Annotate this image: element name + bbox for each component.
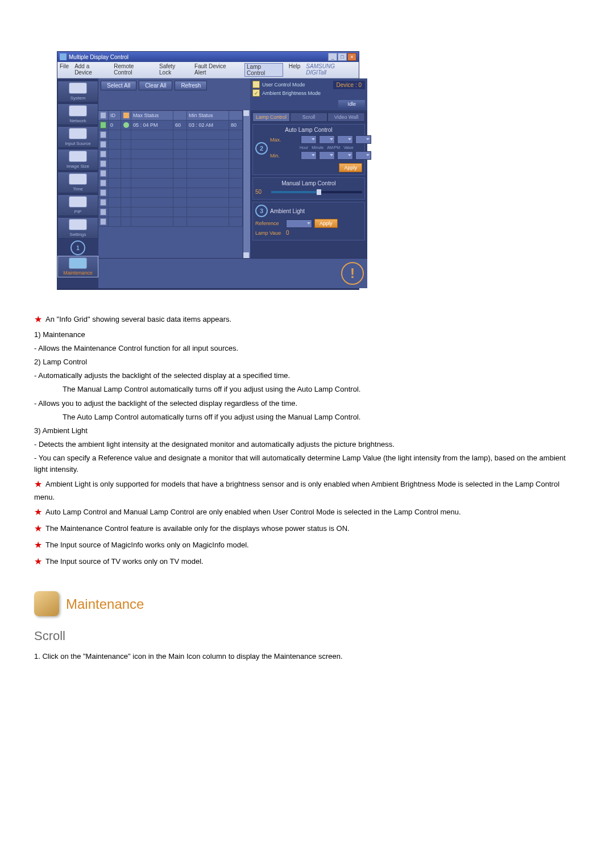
row-checkbox-icon[interactable] bbox=[100, 141, 106, 148]
minimize-icon[interactable]: _ bbox=[328, 53, 337, 61]
row-checkbox-icon[interactable] bbox=[100, 180, 106, 186]
scroll-heading: Scroll bbox=[34, 626, 580, 646]
badge-three: 3 bbox=[255, 205, 268, 217]
sidebar-item-network[interactable]: Network bbox=[57, 103, 98, 125]
maximize-icon[interactable]: □ bbox=[338, 53, 347, 61]
doc-body: ★An "Info Grid" showing several basic da… bbox=[34, 313, 580, 662]
select-all-button[interactable]: Select All bbox=[101, 81, 136, 90]
row-checkbox-icon[interactable] bbox=[100, 151, 106, 157]
star-icon: ★ bbox=[34, 507, 42, 517]
star-icon: ★ bbox=[34, 556, 42, 566]
header-mx bbox=[173, 111, 187, 120]
manual-lamp-slider[interactable] bbox=[271, 191, 362, 193]
sidebar-item-time[interactable]: Time bbox=[57, 172, 98, 193]
manual-value: 50 bbox=[255, 189, 269, 195]
max-minute-dropdown[interactable] bbox=[319, 135, 335, 144]
reference-label: Reference bbox=[255, 221, 284, 226]
ambient-apply-button[interactable]: Apply bbox=[314, 219, 338, 228]
star-icon: ★ bbox=[34, 314, 42, 324]
right-control-panel: Lamp Control Scroll Video Wall Auto Lamp… bbox=[250, 110, 367, 258]
table-row bbox=[98, 188, 243, 198]
row-checkbox-icon[interactable] bbox=[100, 131, 106, 138]
tab-scroll[interactable]: Scroll bbox=[290, 113, 327, 122]
menu-lamp-control[interactable]: Lamp Control bbox=[244, 63, 283, 77]
max-value-dropdown[interactable] bbox=[355, 135, 371, 144]
table-row bbox=[98, 130, 243, 140]
app-window: Multiple Display Control _ □ × File Add … bbox=[57, 51, 359, 290]
lamp-value-label: Lamp Vaue bbox=[255, 230, 284, 236]
min-label: Min. bbox=[270, 153, 298, 159]
table-row bbox=[98, 178, 243, 188]
reference-dropdown[interactable] bbox=[286, 219, 312, 228]
table-row bbox=[98, 198, 243, 207]
ambient-light-panel: 3Ambient Light Reference Apply Lamp Vaue… bbox=[252, 202, 365, 240]
min-hour-dropdown[interactable] bbox=[301, 151, 317, 160]
menu-add-device[interactable]: Add a Device bbox=[74, 63, 108, 77]
max-label: Max. bbox=[270, 137, 298, 143]
row-checkbox-icon[interactable] bbox=[100, 218, 106, 225]
titlebar: Multiple Display Control _ □ × bbox=[57, 52, 359, 62]
app-icon bbox=[60, 53, 67, 60]
sidebar-item-pip[interactable]: PIP bbox=[57, 194, 98, 216]
row-checkbox-icon[interactable] bbox=[100, 170, 106, 177]
window-title: Multiple Display Control bbox=[69, 54, 128, 60]
grid-header-row: ID Max Status Min Status bbox=[98, 111, 243, 121]
table-row bbox=[98, 140, 243, 149]
menu-file[interactable]: File bbox=[60, 63, 69, 77]
menu-remote-control[interactable]: Remote Control bbox=[114, 63, 154, 77]
brand-logo: SAMSUNG DIGITall bbox=[306, 63, 356, 77]
table-row bbox=[98, 169, 243, 178]
device-count-badge: Device : 0 bbox=[333, 81, 365, 89]
auto-apply-button[interactable]: Apply bbox=[339, 163, 362, 172]
menu-fault-alert[interactable]: Fault Device Alert bbox=[194, 63, 239, 77]
row-status-icon bbox=[123, 122, 129, 128]
min-value-dropdown[interactable] bbox=[355, 151, 371, 160]
maintenance-section-icon bbox=[34, 591, 59, 616]
table-row bbox=[98, 159, 243, 169]
maintenance-heading: Maintenance bbox=[66, 593, 144, 614]
maintenance-section-header: Maintenance bbox=[34, 591, 580, 616]
user-control-mode-checkbox-icon[interactable] bbox=[252, 81, 260, 88]
row-checkbox-icon[interactable] bbox=[100, 189, 106, 196]
tab-lamp-control[interactable]: Lamp Control bbox=[252, 113, 290, 122]
sidebar-item-settings[interactable]: Settings bbox=[57, 217, 98, 239]
min-ampm-dropdown[interactable] bbox=[337, 151, 353, 160]
ambient-mode-label: Ambient Brightness Mode bbox=[262, 90, 321, 96]
star-icon: ★ bbox=[34, 540, 42, 550]
row-checkbox-icon[interactable] bbox=[100, 160, 106, 167]
menu-safety-lock[interactable]: Safety Lock bbox=[159, 63, 189, 77]
refresh-button[interactable]: Refresh bbox=[175, 81, 207, 90]
row-checkbox-icon[interactable] bbox=[100, 122, 106, 128]
mode-toggle-panel: User Control Mode ✓Ambient Brightness Mo… bbox=[250, 78, 367, 110]
bottom-status-area: ! bbox=[98, 258, 367, 288]
max-hour-dropdown[interactable] bbox=[301, 135, 317, 144]
idle-status-badge: Idle bbox=[338, 100, 365, 108]
sidebar-item-maintenance[interactable]: Maintenance bbox=[57, 256, 98, 277]
ambient-mode-checkbox-icon[interactable]: ✓ bbox=[252, 89, 260, 97]
max-ampm-dropdown[interactable] bbox=[337, 135, 353, 144]
header-max-status: Max Status bbox=[131, 111, 173, 120]
warning-icon: ! bbox=[341, 262, 364, 285]
row-checkbox-icon[interactable] bbox=[100, 209, 106, 215]
lamp-value: 0 bbox=[286, 230, 289, 236]
close-icon[interactable]: × bbox=[347, 53, 356, 61]
clear-all-button[interactable]: Clear All bbox=[139, 81, 172, 90]
table-row[interactable]: 0 05 : 04 PM 60 03 : 02 AM 80 bbox=[98, 121, 243, 130]
table-row bbox=[98, 149, 243, 159]
menu-help[interactable]: Help bbox=[289, 63, 301, 77]
scroll-up-icon[interactable] bbox=[243, 110, 249, 116]
scroll-down-icon[interactable] bbox=[243, 252, 249, 258]
auto-lamp-panel: Auto Lamp Control 2 Max. bbox=[252, 124, 365, 175]
tab-video-wall[interactable]: Video Wall bbox=[327, 113, 365, 122]
header-checkbox-icon[interactable] bbox=[100, 112, 106, 119]
sidebar-item-system[interactable]: System bbox=[57, 81, 98, 102]
row-checkbox-icon[interactable] bbox=[100, 199, 106, 206]
table-row bbox=[98, 217, 243, 227]
grid-scrollbar[interactable] bbox=[243, 110, 250, 258]
min-minute-dropdown[interactable] bbox=[319, 151, 335, 160]
sidebar-item-image-size[interactable]: Image Size bbox=[57, 149, 98, 171]
header-mn bbox=[229, 111, 243, 120]
header-status-icon bbox=[123, 113, 129, 118]
sidebar-item-input-source[interactable]: Input Source bbox=[57, 126, 98, 148]
star-icon: ★ bbox=[34, 479, 42, 489]
